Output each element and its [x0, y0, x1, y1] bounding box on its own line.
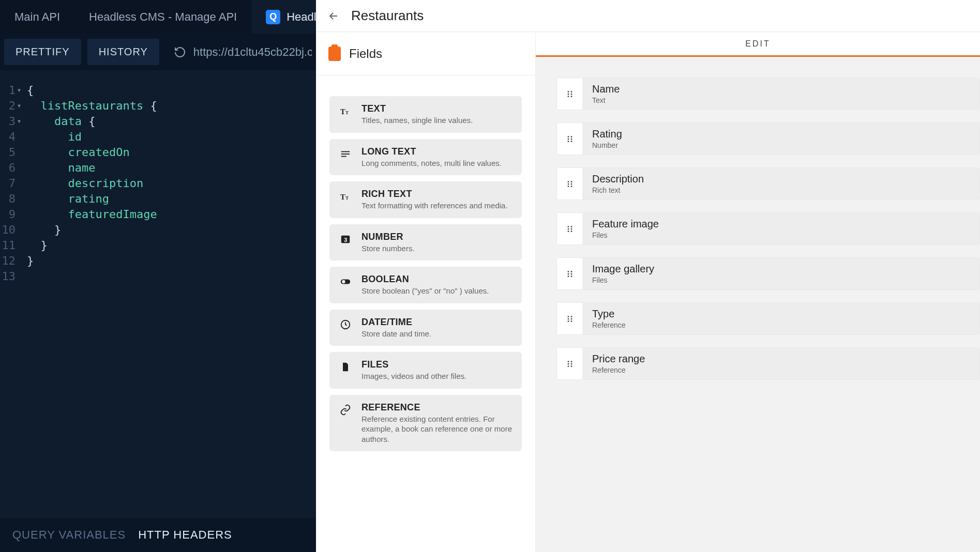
tab-query-variables[interactable]: QUERY VARIABLES — [12, 528, 126, 542]
field-type-title: REFERENCE — [361, 402, 512, 413]
code-line[interactable]: id — [27, 129, 316, 145]
tab-http-headers[interactable]: HTTP HEADERS — [138, 528, 232, 542]
field-type-card[interactable]: TT RICH TEXT Text formatting with refere… — [329, 181, 522, 218]
code-line[interactable]: rating — [27, 191, 316, 207]
svg-point-23 — [570, 141, 572, 142]
field-type-desc: Titles, names, single line values. — [361, 115, 473, 126]
query-badge-icon: Q — [266, 10, 280, 24]
field-type-card[interactable]: LONG TEXT Long comments, notes, multi li… — [329, 139, 522, 176]
model-field-row[interactable]: Rating Number — [556, 122, 980, 155]
cms-header: Restaurants — [316, 0, 980, 32]
svg-text:3: 3 — [344, 236, 347, 242]
model-field-type: Reference — [592, 321, 970, 329]
back-arrow-icon[interactable] — [327, 9, 341, 23]
code-line[interactable]: name — [27, 160, 316, 176]
field-type-card[interactable]: REFERENCE Reference existing content ent… — [329, 395, 522, 452]
svg-point-28 — [567, 186, 569, 187]
line-number: 6▼ — [0, 160, 21, 176]
code-line[interactable]: } — [27, 253, 316, 269]
svg-point-22 — [567, 141, 569, 142]
model-field-type: Rich text — [592, 186, 970, 194]
code-line[interactable]: data { — [27, 114, 316, 129]
field-type-title: DATE/TIME — [361, 317, 431, 328]
svg-point-41 — [570, 275, 572, 277]
svg-point-43 — [570, 316, 572, 317]
svg-point-13 — [570, 91, 572, 93]
longtext-icon — [339, 147, 352, 161]
boolean-icon — [339, 275, 352, 288]
drag-handle-icon[interactable] — [557, 168, 583, 200]
svg-point-33 — [570, 228, 572, 229]
tab-main-api[interactable]: Main API — [0, 0, 74, 34]
prettify-button[interactable]: PRETTIFY — [4, 39, 81, 65]
code-body[interactable]: { listRestaurants { data { id createdOn … — [23, 83, 316, 518]
code-line[interactable]: createdOn — [27, 145, 316, 160]
endpoint-url-text: https://d1cltu45cb22bj.cloudfront.net — [193, 45, 312, 59]
line-number: 4▼ — [0, 129, 21, 145]
code-line[interactable]: } — [27, 238, 316, 253]
model-field-type: Files — [592, 231, 970, 239]
svg-point-36 — [567, 271, 569, 272]
code-line[interactable]: { — [27, 83, 316, 98]
drag-handle-icon[interactable] — [557, 78, 583, 110]
model-field-row[interactable]: Type Reference — [556, 302, 980, 335]
model-field-row[interactable]: Image gallery Files — [556, 257, 980, 290]
edit-tab[interactable]: EDIT — [745, 39, 770, 49]
drag-handle-icon[interactable] — [557, 213, 583, 244]
endpoint-url[interactable]: https://d1cltu45cb22bj.cloudfront.net — [165, 45, 312, 59]
svg-point-18 — [567, 136, 569, 137]
field-type-desc: Long comments, notes, multi line values. — [361, 158, 502, 168]
model-field-type: Reference — [592, 366, 970, 374]
drag-handle-icon[interactable] — [557, 303, 583, 334]
code-editor[interactable]: 1▼2▼3▼4▼5▼6▼7▼8▼9▼10▼11▼12▼13▼ { listRes… — [0, 70, 316, 518]
field-type-title: RICH TEXT — [361, 189, 508, 200]
field-type-card[interactable]: DATE/TIME Store date and time. — [329, 310, 522, 346]
svg-text:T: T — [340, 108, 345, 116]
svg-point-45 — [570, 318, 572, 319]
line-number: 7▼ — [0, 176, 21, 191]
field-type-title: FILES — [361, 359, 466, 370]
cms-body: Fields TT TEXT Titles, names, single lin… — [316, 32, 980, 552]
field-type-card[interactable]: BOOLEAN Store boolean ("yes" or "no" ) v… — [329, 267, 522, 303]
svg-point-50 — [567, 363, 569, 364]
line-number: 10▼ — [0, 222, 21, 238]
refresh-icon[interactable] — [174, 45, 186, 59]
model-field-row[interactable]: Price range Reference — [556, 347, 980, 380]
edit-tab-bar: EDIT — [536, 32, 980, 57]
drag-handle-icon[interactable] — [557, 258, 583, 289]
field-types-list: TT TEXT Titles, names, single line value… — [316, 75, 535, 552]
drag-handle-icon[interactable] — [557, 348, 583, 379]
code-line[interactable]: featuredImage — [27, 207, 316, 222]
model-field-row[interactable]: Description Rich text — [556, 167, 980, 200]
line-number: 12▼ — [0, 253, 21, 269]
svg-point-34 — [567, 231, 569, 232]
history-button[interactable]: HISTORY — [87, 39, 159, 65]
svg-point-39 — [570, 273, 572, 274]
fields-heading: Fields — [316, 32, 535, 75]
field-type-card[interactable]: FILES Images, videos and other files. — [329, 352, 522, 389]
svg-point-27 — [570, 183, 572, 185]
model-field-row[interactable]: Feature image Files — [556, 212, 980, 245]
drag-handle-icon[interactable] — [557, 123, 583, 155]
code-line[interactable]: } — [27, 222, 316, 238]
code-line[interactable]: description — [27, 176, 316, 191]
model-field-row[interactable]: Name Text — [556, 78, 980, 110]
svg-point-21 — [570, 138, 572, 140]
code-line[interactable]: listRestaurants { — [27, 98, 316, 114]
model-field-name: Type — [592, 308, 970, 320]
field-type-desc: Store boolean ("yes" or "no" ) values. — [361, 286, 489, 296]
field-type-card[interactable]: TT TEXT Titles, names, single line value… — [329, 96, 522, 133]
code-line[interactable] — [27, 269, 316, 284]
svg-point-46 — [567, 320, 569, 322]
svg-point-31 — [570, 226, 572, 227]
svg-point-48 — [567, 361, 569, 362]
svg-text:T: T — [345, 110, 349, 115]
tab-manage-api[interactable]: Headless CMS - Manage API — [74, 0, 251, 34]
cms-panel: Restaurants Fields TT TEXT Titles, names… — [316, 0, 980, 552]
files-icon — [339, 360, 352, 374]
line-number: 11▼ — [0, 238, 21, 253]
svg-point-14 — [567, 93, 569, 95]
field-type-card[interactable]: 3 NUMBER Store numbers. — [329, 224, 522, 261]
clipboard-icon — [328, 47, 341, 61]
line-number: 13▼ — [0, 269, 21, 284]
